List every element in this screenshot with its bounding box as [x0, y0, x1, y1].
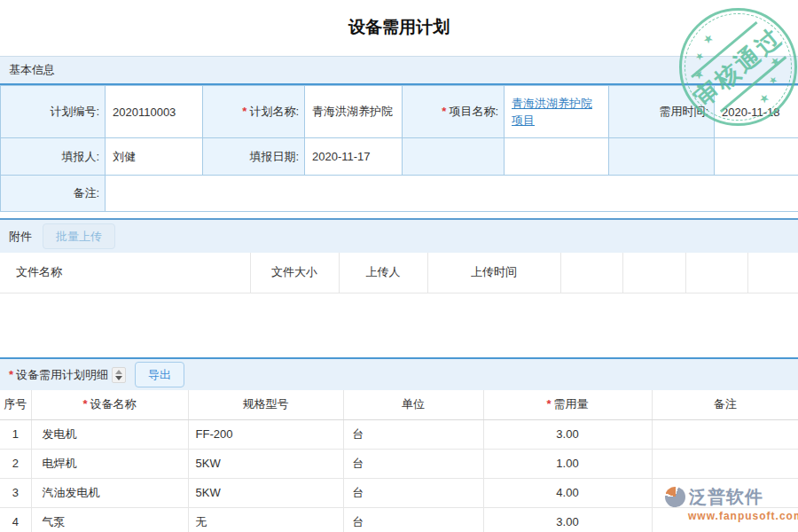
- project-link[interactable]: 青海洪湖养护院项目: [512, 95, 601, 129]
- details-header-row: 序号 *设备名称 规格型号 单位 *需用量 备注: [0, 390, 798, 419]
- report-date-label: 填报日期:: [203, 138, 305, 176]
- remark-label: 备注:: [1, 176, 106, 212]
- cell-model: 5KW: [188, 478, 343, 507]
- sort-down-icon: [115, 376, 122, 380]
- cell-index: 3: [0, 478, 31, 507]
- plan-name-value: 青海洪湖养护院: [305, 86, 403, 138]
- table-row[interactable]: 1 发电机 FF-200 台 3.00: [0, 419, 798, 449]
- fanpu-logo-icon: [665, 487, 685, 507]
- basic-info-form: 计划编号: 2020110003 *计划名称: 青海洪湖养护院 *项目名称: 青…: [0, 85, 798, 212]
- attachments-section-title: 附件: [9, 229, 32, 245]
- cell-remark: [652, 419, 798, 449]
- cell-qty: 4.00: [483, 478, 652, 507]
- required-marker: *: [442, 105, 446, 118]
- sort-up-icon: [115, 370, 122, 374]
- plan-name-label: *计划名称:: [203, 86, 305, 138]
- project-name-value: 青海洪湖养护院项目: [505, 86, 609, 138]
- detail-col-model: 规格型号: [188, 390, 343, 419]
- empty-label-cell: [403, 138, 505, 176]
- cell-name: 电焊机: [31, 449, 188, 478]
- table-row[interactable]: 2 电焊机 5KW 台 1.00: [0, 449, 798, 478]
- export-button[interactable]: 导出: [135, 362, 184, 387]
- attach-col-filename: 文件名称: [0, 253, 250, 293]
- detail-col-name: *设备名称: [31, 390, 188, 419]
- need-time-label: 需用时间:: [609, 86, 715, 138]
- cell-index: 2: [0, 449, 31, 478]
- cell-unit: 台: [343, 478, 483, 507]
- attach-col-uploader: 上传人: [339, 253, 427, 293]
- plan-no-label: 计划编号:: [1, 86, 106, 138]
- detail-col-qty: *需用量: [483, 390, 652, 419]
- empty-label-cell: [609, 138, 715, 176]
- report-date-value: 2020-11-17: [305, 138, 403, 176]
- attach-col-filesize: 文件大小: [250, 253, 339, 293]
- required-marker: *: [546, 397, 551, 411]
- empty-value-cell: [505, 138, 609, 176]
- attachments-section-header: 附件 批量上传: [0, 218, 798, 253]
- required-marker: *: [242, 105, 246, 118]
- basic-info-section-title: 基本信息: [9, 62, 55, 78]
- need-time-value: 2020-11-18: [715, 86, 798, 138]
- cell-qty: 3.00: [483, 507, 652, 532]
- plan-no-value: 2020110003: [106, 86, 203, 138]
- cell-qty: 1.00: [483, 449, 652, 478]
- required-marker: *: [82, 397, 87, 411]
- watermark: 泛普软件 www.fanpusoft.com: [665, 485, 796, 522]
- basic-info-section-header: 基本信息: [0, 56, 798, 85]
- required-marker: *: [9, 368, 13, 381]
- reporter-value: 刘健: [106, 138, 203, 176]
- attachments-table: 文件名称 文件大小 上传人 上传时间: [0, 253, 798, 293]
- attach-col-uploadtime: 上传时间: [427, 253, 560, 293]
- sort-icon[interactable]: [112, 367, 126, 383]
- project-name-label: *项目名称:: [403, 86, 505, 138]
- details-section-title: 设备需用计划明细: [16, 367, 108, 383]
- watermark-brand: 泛普软件: [689, 485, 763, 509]
- detail-col-remark: 备注: [652, 390, 798, 419]
- detail-col-unit: 单位: [343, 390, 483, 419]
- cell-name: 气泵: [31, 507, 188, 532]
- remark-value: [106, 176, 798, 212]
- cell-name: 发电机: [31, 419, 188, 449]
- detail-col-index: 序号: [0, 390, 31, 419]
- attach-col-empty: [560, 253, 622, 293]
- batch-upload-button[interactable]: 批量上传: [43, 223, 115, 249]
- details-section-header: * 设备需用计划明细 导出: [0, 357, 798, 390]
- cell-unit: 台: [343, 449, 483, 478]
- cell-remark: [652, 449, 798, 478]
- attach-col-empty: [685, 253, 747, 293]
- cell-index: 4: [0, 507, 31, 532]
- cell-unit: 台: [343, 507, 483, 532]
- page-title: 设备需用计划: [0, 16, 798, 39]
- empty-value-cell: [715, 138, 798, 176]
- cell-name: 汽油发电机: [31, 478, 188, 507]
- cell-qty: 3.00: [483, 419, 652, 449]
- watermark-url: www.fanpusoft.com: [688, 510, 796, 522]
- attach-col-empty: [622, 253, 685, 293]
- attach-col-empty: [747, 253, 798, 293]
- cell-model: FF-200: [188, 419, 343, 449]
- cell-model: 5KW: [188, 449, 343, 478]
- cell-model: 无: [188, 507, 343, 532]
- reporter-label: 填报人:: [1, 138, 106, 176]
- cell-unit: 台: [343, 419, 483, 449]
- cell-index: 1: [0, 419, 31, 449]
